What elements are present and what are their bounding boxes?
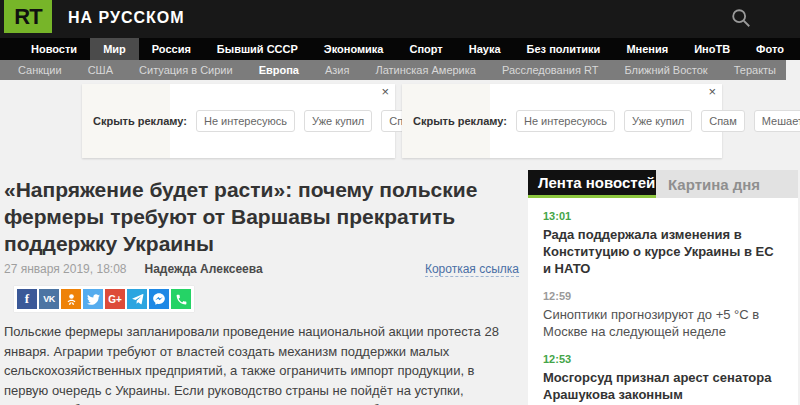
- search-icon[interactable]: [730, 7, 752, 29]
- ad-btn-annoying[interactable]: Мешает: [754, 110, 800, 132]
- ad-hide-panel-1: × Скрыть рекламу: Не интересуюсь Уже куп…: [82, 84, 395, 158]
- ad-btn-spam[interactable]: Спам: [701, 110, 745, 132]
- news-feed-item[interactable]: 12:53 Мосгорсуд признал арест сенатора А…: [543, 353, 783, 403]
- nav-novosti[interactable]: Новости: [18, 38, 90, 60]
- primary-nav: Новости Мир Россия Бывший СССР Экономика…: [0, 38, 800, 60]
- whatsapp-icon[interactable]: [171, 289, 191, 309]
- subnav-terakty[interactable]: Теракты: [734, 64, 776, 76]
- short-link[interactable]: Короткая ссылка: [425, 262, 519, 277]
- nav-nauka[interactable]: Наука: [456, 38, 514, 60]
- feed-title: Мосгорсуд признал арест сенатора Арашуко…: [543, 369, 783, 403]
- nav-bez-politiki[interactable]: Без политики: [514, 38, 614, 60]
- messenger-icon[interactable]: [149, 289, 169, 309]
- subnav-evropa[interactable]: Европа: [259, 64, 299, 76]
- ad-hide-panel-2: × Скрыть рекламу: Не интересуюсь Уже куп…: [402, 84, 722, 158]
- feed-title: Синоптики прогнозируют до +5 °C в Москве…: [543, 306, 783, 340]
- hide-ad-label: Скрыть рекламу:: [93, 115, 187, 127]
- nav-byvshiy-sssr[interactable]: Бывший СССР: [204, 38, 311, 60]
- telegram-icon[interactable]: [127, 289, 147, 309]
- facebook-icon[interactable]: f: [17, 289, 37, 309]
- article-byline: 27 января 2019, 18:08 Надежда Алексеева …: [4, 262, 519, 277]
- secondary-nav: Санкции США Ситуация в Сирии Европа Азия…: [0, 60, 786, 80]
- share-bar: f VK G+: [14, 286, 194, 312]
- nav-foto[interactable]: Фото: [743, 38, 797, 60]
- odnoklassniki-icon[interactable]: [61, 289, 81, 309]
- news-feed: 13:01 Рада поддержала изменения в Консти…: [528, 198, 798, 405]
- article-date: 27 января 2019, 18:08: [4, 262, 126, 276]
- article-author[interactable]: Надежда Алексеева: [144, 262, 262, 276]
- tab-news-feed[interactable]: Лента новостей: [528, 170, 656, 198]
- nav-mir[interactable]: Мир: [90, 38, 139, 60]
- subnav-ssha[interactable]: США: [88, 64, 113, 76]
- ad-btn-already-bought[interactable]: Уже купил: [624, 110, 692, 132]
- site-name: НА РУССКОМ: [68, 9, 185, 27]
- feed-timestamp: 12:53: [543, 353, 783, 365]
- feed-timestamp: 13:01: [543, 210, 783, 222]
- twitter-icon[interactable]: [83, 289, 103, 309]
- nav-ekonomika[interactable]: Экономика: [311, 38, 397, 60]
- subnav-sanktsii[interactable]: Санкции: [18, 64, 62, 76]
- vk-icon[interactable]: VK: [39, 289, 59, 309]
- article-body: Польские фермеры запланировали проведени…: [4, 322, 520, 405]
- article-title: «Напряжение будет расти»: почему польски…: [4, 176, 520, 257]
- nav-rossiya[interactable]: Россия: [139, 38, 204, 60]
- site-header: RT НА РУССКОМ: [0, 0, 800, 38]
- ad-btn-not-interested[interactable]: Не интересуюсь: [196, 110, 295, 132]
- subnav-aziya[interactable]: Азия: [325, 64, 349, 76]
- subnav-blizhniy-vostok[interactable]: Ближний Восток: [624, 64, 707, 76]
- news-feed-item[interactable]: 13:01 Рада поддержала изменения в Консти…: [543, 210, 783, 277]
- ad-btn-not-interested[interactable]: Не интересуюсь: [516, 110, 615, 132]
- ad-btn-already-bought[interactable]: Уже купил: [304, 110, 372, 132]
- sidebar-tabs: Лента новостей Картина дня: [528, 170, 798, 198]
- news-feed-item[interactable]: 12:59 Синоптики прогнозируют до +5 °C в …: [543, 290, 783, 340]
- nav-sport[interactable]: Спорт: [396, 38, 455, 60]
- nav-inotv[interactable]: ИноТВ: [681, 38, 743, 60]
- news-sidebar: Лента новостей Картина дня 13:01 Рада по…: [528, 170, 798, 405]
- nav-mneniya[interactable]: Мнения: [613, 38, 681, 60]
- feed-title: Рада поддержала изменения в Конституцию …: [543, 226, 783, 277]
- subnav-latinskaya-amerika[interactable]: Латинская Америка: [375, 64, 476, 76]
- subnav-rassledovaniya-rt[interactable]: Расследования RT: [502, 64, 598, 76]
- page-body: × Скрыть рекламу: Не интересуюсь Уже куп…: [0, 80, 800, 405]
- hide-ad-label: Скрыть рекламу:: [413, 115, 507, 127]
- subnav-siriya[interactable]: Ситуация в Сирии: [139, 64, 233, 76]
- googleplus-icon[interactable]: G+: [105, 289, 125, 309]
- rt-logo[interactable]: RT: [4, 0, 52, 33]
- feed-timestamp: 12:59: [543, 290, 783, 302]
- tab-picture-of-day[interactable]: Картина дня: [656, 170, 798, 198]
